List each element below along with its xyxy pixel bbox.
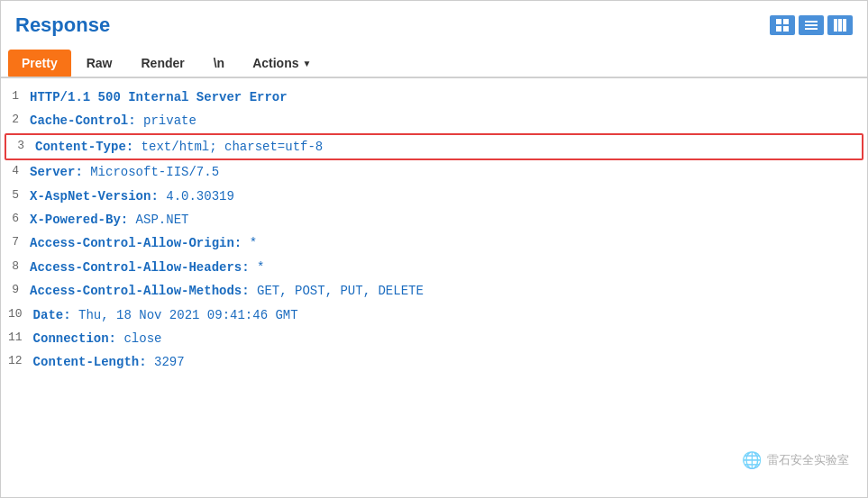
line-value: Thu, 18 Nov 2021 09:41:46 GMT [71,308,298,322]
tab-raw[interactable]: Raw [73,50,126,77]
svg-rect-1 [783,19,789,24]
chevron-down-icon: ▼ [303,59,312,68]
line-key: X-AspNet-Version: [30,189,159,204]
svg-rect-7 [834,19,837,32]
response-panel: Response Pretty Raw Render \n Actions ▼ … [0,0,868,498]
line-key: Connection: [33,331,116,346]
list-icon[interactable] [799,15,824,35]
tab-newline[interactable]: \n [200,50,238,77]
svg-rect-6 [805,28,818,30]
svg-rect-9 [843,19,846,32]
line-number: 1 [1,87,30,106]
line-content: Access-Control-Allow-Methods: GET, POST,… [30,281,867,301]
panel-title-text: Response [15,14,110,37]
line-value: * [250,260,265,275]
line-number: 12 [1,352,33,371]
line-key: Server: [30,165,83,179]
watermark-icon: 🌐 [742,450,762,470]
line-value: GET, POST, PUT, DELETE [250,284,424,298]
tab-bar: Pretty Raw Render \n Actions ▼ [1,46,867,78]
svg-rect-5 [805,24,818,26]
panel-title-icons [770,15,853,35]
tab-render[interactable]: Render [127,50,197,77]
table-row: 4Server: Microsoft-IIS/7.5 [1,160,867,184]
line-number: 4 [1,162,30,181]
table-row: 12Content-Length: 3297 [1,350,867,374]
svg-rect-3 [783,26,789,32]
svg-rect-4 [805,21,818,23]
svg-rect-0 [776,19,781,24]
response-content: 1HTTP/1.1 500 Internal Server Error2Cach… [1,78,867,497]
table-row: 6X-Powered-By: ASP.NET [1,208,867,231]
table-row: 11Connection: close [1,327,867,350]
line-number: 8 [1,258,30,276]
watermark: 🌐 雷石安全实验室 [742,450,849,470]
line-content: Date: Thu, 18 Nov 2021 09:41:46 GMT [33,305,867,325]
grid-icon[interactable] [770,15,795,35]
table-row: 9Access-Control-Allow-Methods: GET, POST… [1,279,867,303]
line-value: close [116,331,161,346]
line-number: 7 [1,233,30,252]
line-key: Access-Control-Allow-Methods: [30,284,250,298]
line-value: text/html; charset=utf-8 [133,140,323,154]
tab-pretty[interactable]: Pretty [8,50,71,77]
line-key: Content-Type: [35,140,133,154]
svg-rect-8 [838,19,842,32]
panel-title-bar: Response [1,1,867,46]
line-number: 2 [1,111,30,130]
line-key: Access-Control-Allow-Origin: [30,236,242,250]
line-content: Access-Control-Allow-Origin: * [30,233,867,253]
table-row: 8Access-Control-Allow-Headers: * [1,256,867,279]
table-row: 3Content-Type: text/html; charset=utf-8 [5,133,863,160]
line-key: Content-Length: [33,355,147,369]
line-content: HTTP/1.1 500 Internal Server Error [30,87,867,107]
line-key: X-Powered-By: [30,213,128,227]
actions-label: Actions [252,56,298,70]
line-key: Cache-Control: [30,113,136,128]
line-content: Connection: close [33,329,867,349]
table-row: 1HTTP/1.1 500 Internal Server Error [1,86,867,109]
line-content: Cache-Control: private [30,111,867,131]
line-number: 5 [1,186,30,205]
line-value: 4.0.30319 [159,189,234,204]
line-content: Access-Control-Allow-Headers: * [30,258,867,277]
line-number: 9 [1,281,30,300]
line-value: 3297 [147,355,185,369]
line-number: 6 [1,210,30,229]
line-number: 11 [1,329,33,348]
table-row: 5X-AspNet-Version: 4.0.30319 [1,185,867,208]
line-content: Content-Type: text/html; charset=utf-8 [35,137,862,157]
columns-icon[interactable] [827,15,853,35]
line-content: X-Powered-By: ASP.NET [30,210,867,230]
line-number: 3 [6,137,35,156]
line-value: ASP.NET [128,213,188,227]
line-key: Date: [33,308,71,322]
line-value: private [136,113,196,128]
tab-actions[interactable]: Actions ▼ [240,50,324,76]
line-content: Server: Microsoft-IIS/7.5 [30,162,867,182]
line-key: HTTP/1.1 500 Internal Server Error [30,90,288,104]
table-row: 2Cache-Control: private [1,109,867,132]
line-content: Content-Length: 3297 [33,352,867,372]
line-number: 10 [1,305,33,324]
line-key: Access-Control-Allow-Headers: [30,260,250,275]
line-value: * [242,236,257,250]
table-row: 7Access-Control-Allow-Origin: * [1,231,867,255]
line-value: Microsoft-IIS/7.5 [83,165,219,179]
table-row: 10Date: Thu, 18 Nov 2021 09:41:46 GMT [1,303,867,327]
svg-rect-2 [776,26,781,32]
response-lines: 1HTTP/1.1 500 Internal Server Error2Cach… [1,78,867,382]
watermark-text: 雷石安全实验室 [767,452,849,468]
line-content: X-AspNet-Version: 4.0.30319 [30,186,867,206]
